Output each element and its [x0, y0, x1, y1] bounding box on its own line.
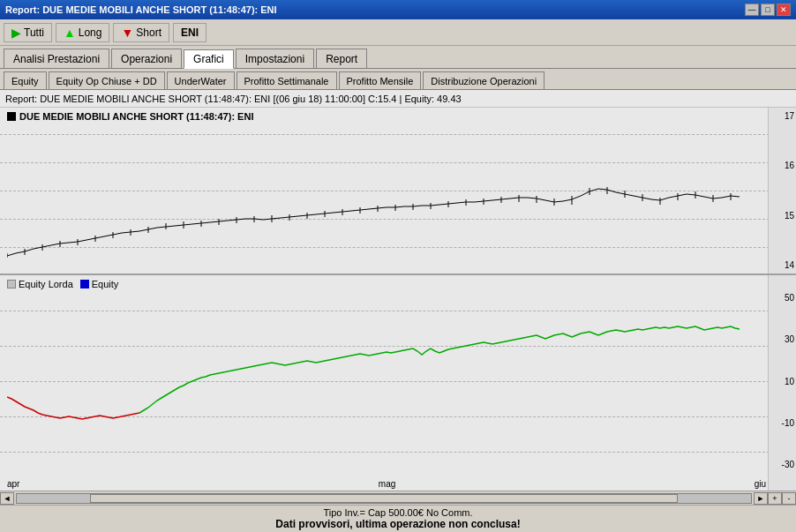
legend-lorda-icon: [7, 280, 16, 288]
minimize-button[interactable]: —: [745, 4, 759, 16]
legend-equity-label: Equity: [92, 279, 119, 289]
tab-grafici[interactable]: Grafici: [184, 49, 234, 69]
tab-analisi[interactable]: Analisi Prestazioni: [4, 49, 109, 68]
long-label: Long: [79, 26, 102, 39]
subtab-underwater[interactable]: UnderWater: [167, 71, 235, 89]
short-button[interactable]: ▼ Short: [113, 23, 169, 42]
legend-lorda: Equity Lorda: [7, 279, 73, 289]
short-label: Short: [136, 26, 161, 39]
equity-chart-area: [7, 291, 766, 469]
scrollbar-thumb[interactable]: [90, 494, 678, 503]
tabs-row: Analisi Prestazioni Operazioni Grafici I…: [0, 46, 796, 69]
status-line1: Tipo Inv.= Cap 500.00€ No Comm.: [5, 507, 791, 518]
tutti-icon: ▶: [11, 26, 21, 40]
report-header: Report: DUE MEDIE MOBILI ANCHE SHORT (11…: [0, 90, 796, 108]
price-y-axis: 17 16 15 14: [768, 108, 796, 273]
subtab-profitto-mens[interactable]: Profitto Mensile: [339, 71, 422, 89]
scroll-left-button[interactable]: ◄: [0, 492, 14, 505]
long-icon: ▲: [64, 26, 76, 40]
scroll-right-buttons: ► + -: [754, 492, 796, 505]
close-button[interactable]: ✕: [777, 4, 791, 16]
scroll-right-button[interactable]: ►: [754, 492, 768, 505]
equity-x-axis: apr mag giu: [7, 479, 766, 489]
status-line2: Dati provvisori, ultima operazione non c…: [5, 518, 791, 530]
title-bar: Report: DUE MEDIE MOBILI ANCHE SHORT (11…: [0, 0, 796, 19]
subtab-equity-op[interactable]: Equity Op Chiuse + DD: [49, 71, 165, 89]
equity-chart: Equity Lorda Equity 50 30 10: [0, 275, 796, 491]
equity-y-axis: 50 30 10 -10 -30: [768, 275, 796, 491]
x-label-apr: apr: [7, 479, 19, 489]
report-header-text: Report: DUE MEDIE MOBILI ANCHE SHORT (11…: [5, 94, 462, 104]
subtab-profitto-sett[interactable]: Profitto Settimanale: [237, 71, 337, 89]
eni-button[interactable]: ENI: [173, 23, 207, 42]
scrollbar-row: ◄ ► + -: [0, 491, 796, 505]
legend-lorda-label: Equity Lorda: [19, 279, 73, 289]
zoom-in-button[interactable]: +: [768, 492, 782, 505]
tutti-button[interactable]: ▶ Tutti: [4, 23, 52, 42]
toolbar: ▶ Tutti ▲ Long ▼ Short ENI: [0, 19, 796, 46]
price-chart-area: [7, 125, 766, 272]
x-label-giu: giu: [755, 479, 766, 489]
equity-legend: Equity Lorda Equity: [7, 279, 118, 289]
price-chart-icon: [7, 112, 16, 121]
tutti-label: Tutti: [24, 26, 44, 39]
tab-operazioni[interactable]: Operazioni: [111, 49, 182, 68]
tab-report[interactable]: Report: [316, 49, 367, 68]
scrollbar-track[interactable]: [16, 493, 752, 504]
price-chart-title: DUE MEDIE MOBILI ANCHE SHORT (11:48:47):…: [7, 111, 253, 122]
legend-equity: Equity: [80, 279, 119, 289]
maximize-button[interactable]: □: [761, 4, 775, 16]
eni-label: ENI: [181, 26, 199, 39]
subtabs-row: Equity Equity Op Chiuse + DD UnderWater …: [0, 69, 796, 90]
zoom-out-button[interactable]: -: [782, 492, 796, 505]
window-controls: — □ ✕: [745, 4, 791, 16]
legend-equity-icon: [80, 280, 89, 288]
equity-svg: [7, 291, 745, 469]
subtab-distribuzione[interactable]: Distribuzione Operazioni: [423, 71, 544, 89]
price-chart: DUE MEDIE MOBILI ANCHE SHORT (11:48:47):…: [0, 108, 796, 275]
price-chart-svg: [7, 125, 745, 272]
window-title: Report: DUE MEDIE MOBILI ANCHE SHORT (11…: [5, 4, 277, 15]
short-icon: ▼: [121, 26, 133, 40]
status-bar: Tipo Inv.= Cap 500.00€ No Comm. Dati pro…: [0, 505, 796, 532]
subtab-equity[interactable]: Equity: [4, 71, 47, 89]
x-label-mag: mag: [379, 479, 395, 489]
tab-impostazioni[interactable]: Impostazioni: [236, 49, 314, 68]
long-button[interactable]: ▲ Long: [56, 23, 110, 42]
